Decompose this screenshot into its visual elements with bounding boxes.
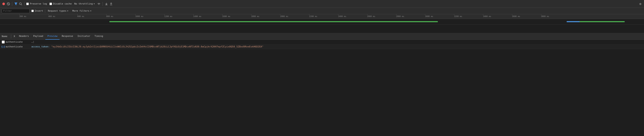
record-button[interactable]: [2, 2, 6, 6]
request-types-chevron: ▾: [67, 10, 68, 12]
toolbar-divider-3: [102, 2, 103, 6]
tab-initiator[interactable]: Initiator: [75, 33, 92, 40]
request-types-label: Request types: [48, 10, 66, 12]
table-row[interactable]: {;} authenticate access_token: "eyJhbGci…: [0, 44, 644, 49]
tick-800ms: 800 ms: [106, 14, 113, 18]
tab-x-close[interactable]: X: [12, 33, 17, 40]
disable-cache-text: Disable cache: [53, 2, 72, 5]
stop-button[interactable]: [6, 2, 10, 6]
preserve-log-checkbox[interactable]: [26, 3, 29, 5]
preserve-log-label[interactable]: Preserve log: [26, 2, 47, 5]
svg-marker-3: [14, 3, 18, 5]
tick-3200ms: 3200 ms: [454, 14, 462, 18]
filter-input[interactable]: [2, 9, 30, 13]
tick-1000ms: 1000 ms: [135, 14, 143, 18]
row-name: authenticate: [6, 41, 32, 43]
network-conditions-icon[interactable]: [97, 2, 101, 6]
tick-3800ms: 3800 ms: [541, 14, 549, 18]
name-column-header: Name: [2, 33, 10, 40]
disable-cache-checkbox[interactable]: [50, 3, 52, 5]
tick-3000ms: 3000 ms: [425, 14, 433, 18]
invert-text: Invert: [34, 10, 43, 12]
tick-1200ms: 1200 ms: [164, 14, 172, 18]
request-types-button[interactable]: Request types ▾: [47, 9, 70, 13]
more-filters-button[interactable]: More filters ▾: [71, 9, 92, 13]
tick-2400ms: 2400 ms: [338, 14, 346, 18]
row-content: …}: [32, 41, 642, 43]
empty-timeline-area: [0, 25, 644, 33]
tab-timing[interactable]: Timing: [92, 33, 105, 40]
timeline-ruler: 200 ms 400 ms 600 ms 800 ms 1000 ms 1200…: [0, 14, 644, 19]
tab-preview[interactable]: Preview: [45, 33, 60, 40]
row-checkbox[interactable]: [2, 41, 5, 44]
tick-1800ms: 1800 ms: [251, 14, 259, 18]
import-har-button[interactable]: [104, 2, 108, 6]
network-toolbar: Preserve log Disable cache No throttling…: [0, 0, 644, 8]
tick-2600ms: 2600 ms: [367, 14, 375, 18]
row-content: access_token: "eyJhbGci0iJIUzI1NiJ9.eyJy…: [32, 45, 642, 48]
timeline-bar-area: [0, 19, 644, 25]
filter-bar: Invert Request types ▾ More filters ▾: [0, 8, 644, 14]
preserve-log-text: Preserve log: [30, 2, 47, 5]
svg-point-0: [2, 3, 5, 5]
settings-button[interactable]: ⚙: [638, 2, 642, 6]
row-name: authenticate: [6, 45, 32, 48]
throttling-label: No throttling: [74, 2, 93, 5]
export-har-button[interactable]: [109, 2, 113, 6]
throttling-selector[interactable]: No throttling ▾: [74, 2, 96, 6]
tick-200ms: 200 ms: [19, 14, 26, 18]
tab-headers[interactable]: Headers: [17, 33, 31, 40]
filter-bar-divider: [45, 9, 45, 13]
timeline-green-bar: [110, 21, 438, 22]
more-filters-chevron: ▾: [90, 10, 92, 12]
timeline-green-bar-2: [580, 21, 625, 22]
tick-1400ms: 1400 ms: [193, 14, 202, 18]
throttling-chevron: ▾: [94, 2, 95, 5]
data-rows-container: authenticate …} {;} authenticate access_…: [0, 40, 644, 49]
svg-line-5: [21, 4, 22, 5]
tick-2800ms: 2800 ms: [396, 14, 404, 18]
tick-2000ms: 2000 ms: [280, 14, 288, 18]
toolbar-divider-2: [24, 2, 24, 6]
json-icon: {;}: [2, 45, 5, 48]
tab-response[interactable]: Response: [60, 33, 75, 40]
disable-cache-label[interactable]: Disable cache: [50, 2, 72, 5]
search-button[interactable]: [19, 2, 22, 6]
tick-3400ms: 3400 ms: [483, 14, 491, 18]
tab-payload[interactable]: Payload: [31, 33, 45, 40]
filter-icon-button[interactable]: [14, 2, 18, 6]
svg-line-2: [8, 3, 9, 5]
tick-400ms: 400 ms: [48, 14, 56, 18]
tick-1600ms: 1600 ms: [222, 14, 230, 18]
tick-600ms: 600 ms: [78, 14, 84, 18]
svg-point-4: [20, 3, 22, 5]
table-row[interactable]: authenticate …}: [0, 40, 644, 44]
panel-tabs: Name X Headers Payload Preview Response …: [0, 33, 644, 40]
invert-label[interactable]: Invert: [32, 10, 43, 12]
tabs-divider: [11, 35, 11, 38]
toolbar-divider-1: [12, 2, 12, 6]
more-filters-label: More filters: [72, 10, 89, 12]
tick-2200ms: 2200 ms: [309, 14, 317, 18]
tick-3600ms: 3600 ms: [512, 14, 520, 18]
invert-checkbox[interactable]: [32, 10, 34, 12]
